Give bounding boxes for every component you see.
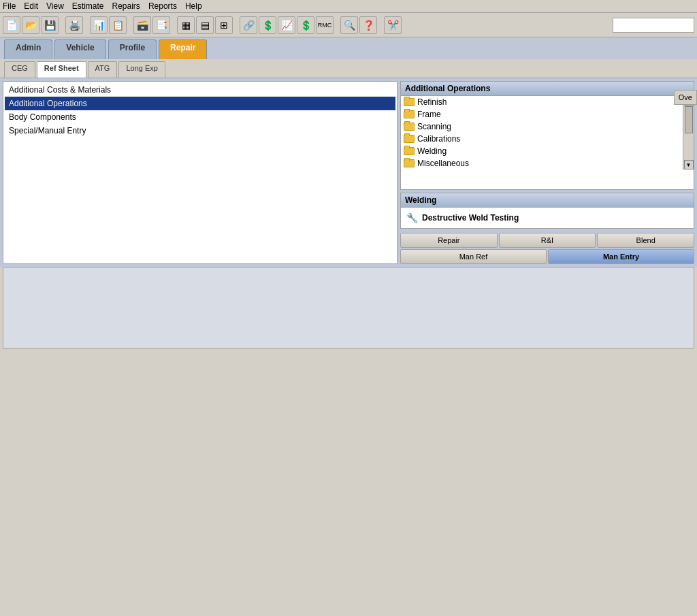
toolbar-save[interactable]: 💾 xyxy=(41,16,59,34)
scroll-thumb[interactable] xyxy=(685,106,693,133)
toolbar-layout3[interactable]: ⊞ xyxy=(215,16,233,34)
ao-item-welding[interactable]: Welding xyxy=(401,145,683,157)
welding-list: 🔧 Destructive Weld Testing xyxy=(401,208,694,228)
left-panel-list: Additional Costs & Materials Additional … xyxy=(3,82,397,263)
ao-item-calibrations[interactable]: Calibrations xyxy=(401,133,683,145)
sub-tabs: CEG Ref Sheet ATG Long Exp xyxy=(0,59,697,78)
tab-repair[interactable]: Repair xyxy=(159,39,207,59)
menu-edit[interactable]: Edit xyxy=(24,1,38,11)
nav-tabs: Admin Vehicle Profile Repair xyxy=(0,37,697,59)
ao-item-label: Welding xyxy=(417,146,447,156)
folder-icon xyxy=(404,159,415,167)
ao-list-content: Refinish Frame Scanning Calibrations xyxy=(401,96,683,169)
repair-button[interactable]: Repair xyxy=(400,233,498,248)
subtab-longexp[interactable]: Long Exp xyxy=(118,61,165,78)
welding-item-label: Destructive Weld Testing xyxy=(422,213,519,223)
menu-bar: File Edit View Estimate Repairs Reports … xyxy=(0,0,697,13)
main-content: Additional Costs & Materials Additional … xyxy=(0,78,697,267)
toolbar: 📄 📂 💾 🖨️ 📊 📋 🗃️ 📑 ▦ ▤ ⊞ 🔗 💲 📈 💲 RMC 🔍 ❓ … xyxy=(0,13,697,37)
left-item-body[interactable]: Body Components xyxy=(5,110,395,124)
ao-item-scanning[interactable]: Scanning xyxy=(401,120,683,133)
toolbar-open[interactable]: 📂 xyxy=(22,16,39,34)
toolbar-rmc[interactable]: RMC xyxy=(316,16,334,34)
menu-view[interactable]: View xyxy=(46,1,64,11)
toolbar-layout2[interactable]: ▤ xyxy=(196,16,214,34)
toolbar-chart[interactable]: 📊 xyxy=(90,16,108,34)
menu-help[interactable]: Help xyxy=(185,1,202,11)
welding-box: Welding 🔧 Destructive Weld Testing xyxy=(400,193,694,229)
ao-item-label: Frame xyxy=(417,110,441,119)
rni-button[interactable]: R&I xyxy=(499,233,596,248)
ao-item-label: Miscellaneous xyxy=(417,159,469,168)
subtab-refsheet[interactable]: Ref Sheet xyxy=(37,61,86,78)
welding-header: Welding xyxy=(401,193,694,208)
toolbar-search-input[interactable] xyxy=(613,18,694,33)
bottom-area xyxy=(3,267,694,348)
folder-icon xyxy=(404,110,415,118)
menu-repairs[interactable]: Repairs xyxy=(112,1,140,11)
left-item-special[interactable]: Special/Manual Entry xyxy=(5,124,395,137)
toolbar-print[interactable]: 🖨️ xyxy=(65,16,83,34)
man-entry-button[interactable]: Man Entry xyxy=(548,249,694,264)
welding-item-destructive[interactable]: 🔧 Destructive Weld Testing xyxy=(404,210,691,225)
ao-item-label: Scanning xyxy=(417,122,451,131)
wrench-icon: 🔧 xyxy=(406,212,418,223)
toolbar-new[interactable]: 📄 xyxy=(3,16,20,34)
folder-icon xyxy=(404,135,415,143)
subtab-ceg[interactable]: CEG xyxy=(4,61,35,78)
left-item-operations[interactable]: Additional Operations xyxy=(5,97,395,110)
tab-profile[interactable]: Profile xyxy=(108,39,157,59)
left-panel: Additional Costs & Materials Additional … xyxy=(3,81,398,264)
toolbar-search[interactable]: 🔍 xyxy=(340,16,358,34)
ove-tab[interactable]: Ove xyxy=(674,90,697,105)
tab-vehicle[interactable]: Vehicle xyxy=(54,39,106,59)
left-item-costs[interactable]: Additional Costs & Materials xyxy=(5,83,395,97)
ao-scrollbar: ▲ ▼ xyxy=(683,96,694,169)
ao-title: Additional Operations xyxy=(405,84,490,93)
toolbar-dollar[interactable]: 💲 xyxy=(259,16,276,34)
btn-row1: Repair R&I Blend xyxy=(400,233,694,248)
ao-header: Additional Operations xyxy=(401,82,694,96)
toolbar-help[interactable]: ❓ xyxy=(359,16,377,34)
ao-item-frame[interactable]: Frame xyxy=(401,108,683,120)
ao-item-label: Calibrations xyxy=(417,134,460,144)
ao-inner: Refinish Frame Scanning Calibrations xyxy=(401,96,694,169)
additional-operations-box: Additional Operations Refinish Frame Sca… xyxy=(400,81,694,190)
toolbar-doc1[interactable]: 🗃️ xyxy=(133,16,151,34)
toolbar-connect[interactable]: 🔗 xyxy=(240,16,257,34)
welding-title: Welding xyxy=(405,195,436,205)
bottom-buttons: Repair R&I Blend Man Ref Man Entry xyxy=(400,233,694,264)
toolbar-layout1[interactable]: ▦ xyxy=(177,16,195,34)
folder-icon xyxy=(404,147,415,155)
right-panel: Additional Operations Refinish Frame Sca… xyxy=(400,81,694,264)
folder-icon xyxy=(404,98,415,106)
menu-file[interactable]: File xyxy=(3,1,16,11)
ao-item-label: Refinish xyxy=(417,97,447,107)
toolbar-dollar2[interactable]: 💲 xyxy=(297,16,314,34)
man-ref-button[interactable]: Man Ref xyxy=(400,249,547,264)
folder-icon xyxy=(404,123,415,131)
toolbar-doc2[interactable]: 📑 xyxy=(152,16,170,34)
toolbar-cut[interactable]: ✂️ xyxy=(384,16,402,34)
toolbar-list[interactable]: 📋 xyxy=(109,16,127,34)
subtab-atg[interactable]: ATG xyxy=(88,61,118,78)
blend-button[interactable]: Blend xyxy=(597,233,694,248)
toolbar-graph[interactable]: 📈 xyxy=(278,16,295,34)
ao-item-refinish[interactable]: Refinish xyxy=(401,96,683,108)
menu-estimate[interactable]: Estimate xyxy=(72,1,104,11)
ao-item-misc[interactable]: Miscellaneous xyxy=(401,157,683,169)
menu-reports[interactable]: Reports xyxy=(148,1,177,11)
btn-row2: Man Ref Man Entry xyxy=(400,249,694,264)
scroll-down[interactable]: ▼ xyxy=(684,160,694,169)
tab-admin[interactable]: Admin xyxy=(4,39,52,59)
